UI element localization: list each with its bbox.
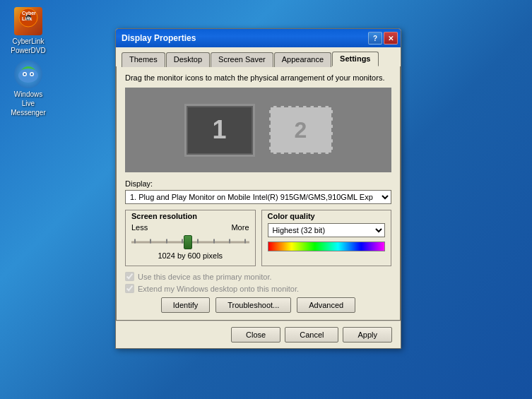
svg-point-9 xyxy=(31,73,33,76)
checkbox-primary-monitor-row: Use this device as the primary monitor. xyxy=(125,272,391,281)
monitor-2-number: 2 xyxy=(295,117,307,143)
troubleshoot-button[interactable]: Troubleshoot... xyxy=(215,297,291,313)
tab-desktop[interactable]: Desktop xyxy=(166,52,210,67)
settings-tab-content: Drag the monitor icons to match the phys… xyxy=(116,66,401,321)
dialog-title: Display Properties xyxy=(122,33,196,43)
monitor-1[interactable]: 1 xyxy=(184,104,255,157)
svg-point-5 xyxy=(18,69,38,83)
tab-bar: Themes Desktop Screen Saver Appearance S… xyxy=(116,47,401,66)
settings-row: Screen resolution Less More xyxy=(125,210,391,266)
svg-point-8 xyxy=(24,73,26,76)
color-bar xyxy=(268,242,386,251)
tab-screen-saver[interactable]: Screen Saver xyxy=(211,52,273,67)
close-button[interactable]: Close xyxy=(231,327,280,343)
action-buttons: Identify Troubleshoot... Advanced xyxy=(125,297,391,313)
monitor-1-number: 1 xyxy=(212,115,226,145)
advanced-button[interactable]: Advanced xyxy=(297,297,355,313)
close-title-button[interactable]: ✕ xyxy=(384,32,398,44)
svg-text:Link: Link xyxy=(22,16,32,21)
checkbox-primary-label: Use this device as the primary monitor. xyxy=(138,273,272,281)
svg-text:Cyber: Cyber xyxy=(22,11,36,16)
identify-button[interactable]: Identify xyxy=(161,297,210,313)
title-bar-buttons: ? ✕ xyxy=(368,32,398,44)
resolution-more: More xyxy=(231,223,249,232)
msn-icon xyxy=(14,60,42,88)
resolution-value: 1024 by 600 pixels xyxy=(131,251,249,260)
cyberlink-powerdvd-icon[interactable]: Cyber Link CyberLink PowerDVD xyxy=(7,7,49,55)
checkbox-extend-desktop xyxy=(125,284,134,293)
resolution-slider-thumb[interactable] xyxy=(184,235,192,249)
resolution-group: Screen resolution Less More xyxy=(125,210,256,266)
checkbox-extend-desktop-row: Extend my Windows desktop onto this moni… xyxy=(125,284,391,293)
dialog-footer: Close Cancel Apply xyxy=(116,321,401,348)
resolution-less-more-row: Less More xyxy=(131,223,249,232)
resolution-less: Less xyxy=(131,223,148,232)
apply-button[interactable]: Apply xyxy=(343,327,392,343)
tab-themes[interactable]: Themes xyxy=(122,52,165,67)
windows-live-messenger-icon[interactable]: Windows Live Messenger xyxy=(7,60,49,117)
color-quality-group: Color quality Highest (32 bit) xyxy=(261,210,392,266)
display-select[interactable]: 1. Plug and Play Monitor on Mobile Intel… xyxy=(125,190,391,204)
title-bar: Display Properties ? ✕ xyxy=(116,29,401,47)
checkbox-extend-label: Extend my Windows desktop onto this moni… xyxy=(138,285,299,293)
display-properties-dialog: Display Properties ? ✕ Themes Desktop Sc… xyxy=(115,28,401,349)
tab-appearance[interactable]: Appearance xyxy=(274,52,331,67)
dvd-icon: Cyber Link xyxy=(14,7,42,35)
checkbox-primary-monitor xyxy=(125,272,134,281)
help-button[interactable]: ? xyxy=(368,32,382,44)
display-label: Display: xyxy=(125,179,391,188)
instruction-text: Drag the monitor icons to match the phys… xyxy=(125,73,391,82)
cyberlink-label: CyberLink PowerDVD xyxy=(11,37,45,54)
cancel-button[interactable]: Cancel xyxy=(285,327,338,343)
color-quality-label: Color quality xyxy=(268,212,386,220)
monitor-preview-area: 1 2 xyxy=(125,88,391,172)
tab-settings[interactable]: Settings xyxy=(332,52,378,66)
resolution-label: Screen resolution xyxy=(131,212,249,220)
resolution-slider-container xyxy=(131,234,249,250)
messenger-label: Windows Live Messenger xyxy=(11,90,45,117)
monitor-2[interactable]: 2 xyxy=(269,106,333,154)
color-quality-select[interactable]: Highest (32 bit) xyxy=(268,223,386,237)
